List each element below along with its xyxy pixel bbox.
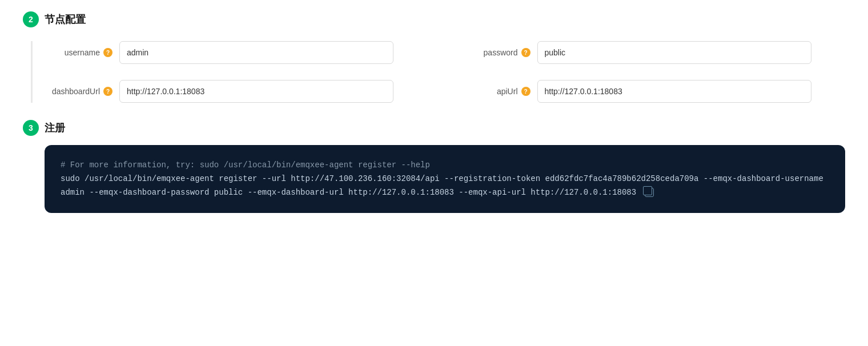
step-2-badge: 2: [23, 11, 39, 27]
code-command: sudo /usr/local/bin/emqxee-agent registe…: [61, 172, 829, 200]
dashboard-url-group: dashboardUrl ?: [44, 80, 428, 103]
api-url-help-icon[interactable]: ?: [521, 87, 531, 96]
password-label: password ?: [462, 48, 531, 57]
section-2-container: 2 节点配置 username ? password ?: [23, 11, 845, 103]
fields-row-1: username ? password ?: [44, 41, 845, 64]
code-block: # For more information, try: sudo /usr/l…: [45, 145, 845, 213]
section-3-header: 3 注册: [23, 120, 845, 136]
api-url-input[interactable]: [537, 80, 811, 103]
username-input[interactable]: [119, 41, 393, 64]
section-3-title: 注册: [45, 121, 65, 135]
section-2-header: 2 节点配置: [23, 11, 845, 27]
fields-row-2: dashboardUrl ? apiUrl ?: [44, 80, 845, 103]
password-input[interactable]: [537, 41, 811, 64]
username-label: username ?: [44, 48, 112, 57]
username-group: username ?: [44, 41, 428, 64]
page-wrapper: 2 节点配置 username ? password ?: [0, 0, 868, 346]
code-comment: # For more information, try: sudo /usr/l…: [61, 159, 829, 172]
section-3-container: 3 注册 # For more information, try: sudo /…: [23, 120, 845, 213]
step-3-badge: 3: [23, 120, 39, 136]
dashboard-url-input[interactable]: [119, 80, 393, 103]
dashboard-url-label: dashboardUrl ?: [44, 87, 112, 96]
api-url-group: apiUrl ?: [462, 80, 846, 103]
password-group: password ?: [462, 41, 846, 64]
password-help-icon[interactable]: ?: [521, 48, 531, 57]
dashboard-url-help-icon[interactable]: ?: [103, 87, 112, 96]
api-url-label: apiUrl ?: [462, 87, 531, 96]
section-2-title: 节点配置: [45, 13, 86, 26]
username-help-icon[interactable]: ?: [103, 48, 112, 57]
section-2-fields: username ? password ? dashb: [31, 41, 845, 103]
copy-icon[interactable]: [645, 188, 654, 197]
